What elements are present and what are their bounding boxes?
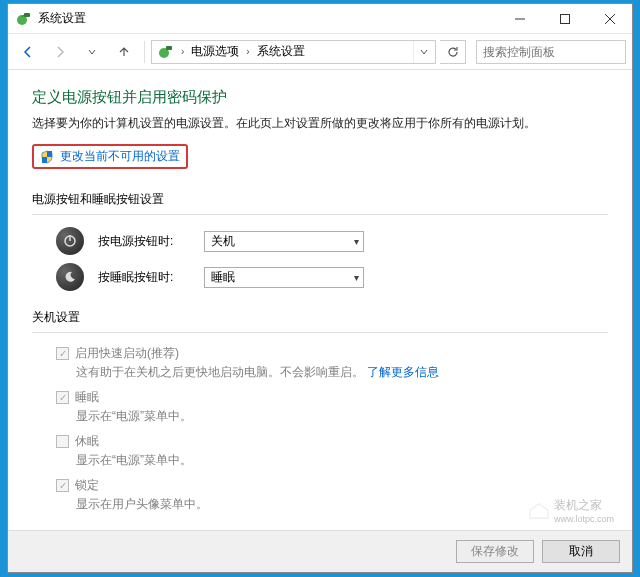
fast-startup-desc: 这有助于在关机之后更快地启动电脑。不会影响重启。 了解更多信息: [76, 364, 608, 381]
change-unavailable-link[interactable]: 更改当前不可用的设置: [60, 148, 180, 165]
hibernate-checkbox[interactable]: [56, 435, 69, 448]
lock-label: 锁定: [75, 477, 99, 494]
maximize-button[interactable]: [542, 4, 587, 33]
sleep-button-value: 睡眠: [211, 269, 235, 286]
svg-rect-7: [166, 46, 172, 50]
recent-dropdown[interactable]: [78, 38, 106, 66]
svg-rect-8: [47, 151, 52, 157]
change-unavailable-link-highlight: 更改当前不可用的设置: [32, 144, 188, 169]
window: 系统设置 › 电源选项 › 系统设置 定义电源按钮并启用密码保护 选择要为你的计…: [7, 3, 633, 573]
fast-startup-checkbox[interactable]: ✓: [56, 347, 69, 360]
up-button[interactable]: [110, 38, 138, 66]
lock-checkbox[interactable]: ✓: [56, 479, 69, 492]
navbar: › 电源选项 › 系统设置: [8, 34, 632, 70]
cancel-button[interactable]: 取消: [542, 540, 620, 563]
hibernate-desc: 显示在“电源”菜单中。: [76, 452, 608, 469]
fast-startup-block: ✓ 启用快速启动(推荐) 这有助于在关机之后更快地启动电脑。不会影响重启。 了解…: [56, 345, 608, 381]
hibernate-block: 休眠 显示在“电源”菜单中。: [56, 433, 608, 469]
breadcrumb-dropdown[interactable]: [413, 41, 433, 63]
close-button[interactable]: [587, 4, 632, 33]
section-shutdown-title: 关机设置: [32, 309, 608, 326]
app-icon: [16, 11, 32, 27]
divider: [32, 214, 608, 215]
lock-desc: 显示在用户头像菜单中。: [76, 496, 608, 513]
fast-startup-label: 启用快速启动(推荐): [75, 345, 179, 362]
sleep-button-label: 按睡眠按钮时:: [98, 269, 190, 286]
page-heading: 定义电源按钮并启用密码保护: [32, 88, 608, 107]
content: 定义电源按钮并启用密码保护 选择要为你的计算机设置的电源设置。在此页上对设置所做…: [8, 70, 632, 530]
sleep-label: 睡眠: [75, 389, 99, 406]
refresh-button[interactable]: [440, 40, 466, 64]
hibernate-label: 休眠: [75, 433, 99, 450]
search-input[interactable]: [476, 40, 626, 64]
breadcrumb-item-1[interactable]: 电源选项: [187, 43, 243, 60]
breadcrumb-icon: [158, 44, 174, 60]
chevron-down-icon: ▾: [354, 236, 359, 247]
lock-block: ✓ 锁定 显示在用户头像菜单中。: [56, 477, 608, 513]
breadcrumb[interactable]: › 电源选项 › 系统设置: [151, 40, 436, 64]
minimize-button[interactable]: [497, 4, 542, 33]
back-button[interactable]: [14, 38, 42, 66]
sleep-block: ✓ 睡眠 显示在“电源”菜单中。: [56, 389, 608, 425]
power-button-value: 关机: [211, 233, 235, 250]
svg-rect-9: [42, 157, 47, 163]
power-button-row: 按电源按钮时: 关机 ▾: [56, 227, 608, 255]
svg-rect-1: [24, 13, 30, 17]
chevron-right-icon: ›: [243, 46, 252, 57]
sleep-button-select[interactable]: 睡眠 ▾: [204, 267, 364, 288]
forward-button[interactable]: [46, 38, 74, 66]
chevron-right-icon: ›: [178, 46, 187, 57]
titlebar: 系统设置: [8, 4, 632, 34]
sleep-checkbox[interactable]: ✓: [56, 391, 69, 404]
power-button-select[interactable]: 关机 ▾: [204, 231, 364, 252]
section-buttons-title: 电源按钮和睡眠按钮设置: [32, 191, 608, 208]
power-button-label: 按电源按钮时:: [98, 233, 190, 250]
sleep-desc: 显示在“电源”菜单中。: [76, 408, 608, 425]
shield-icon: [40, 150, 54, 164]
sleep-button-row: 按睡眠按钮时: 睡眠 ▾: [56, 263, 608, 291]
window-title: 系统设置: [38, 10, 86, 27]
fast-startup-row: ✓ 启用快速启动(推荐): [56, 345, 608, 362]
breadcrumb-item-2[interactable]: 系统设置: [253, 43, 309, 60]
page-subtitle: 选择要为你的计算机设置的电源设置。在此页上对设置所做的更改将应用于你所有的电源计…: [32, 115, 608, 132]
sleep-icon: [56, 263, 84, 291]
chevron-down-icon: ▾: [354, 272, 359, 283]
save-button[interactable]: 保存修改: [456, 540, 534, 563]
learn-more-link[interactable]: 了解更多信息: [367, 365, 439, 379]
svg-rect-3: [560, 14, 569, 23]
nav-separator: [144, 41, 145, 63]
footer: 保存修改 取消: [8, 530, 632, 572]
divider: [32, 332, 608, 333]
power-icon: [56, 227, 84, 255]
